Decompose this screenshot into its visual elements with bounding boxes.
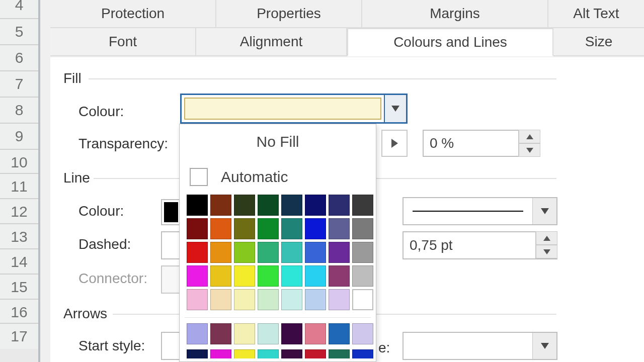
colour-swatch[interactable] bbox=[329, 289, 350, 310]
row-header[interactable]: 5 bbox=[0, 18, 38, 44]
triangle-down-icon bbox=[526, 148, 533, 153]
colour-swatch[interactable] bbox=[352, 218, 373, 239]
colour-swatch[interactable] bbox=[187, 349, 208, 358]
start-style-select[interactable] bbox=[161, 332, 181, 360]
tab-protection[interactable]: Protection bbox=[50, 0, 216, 27]
transparency-up[interactable] bbox=[519, 130, 540, 143]
colour-swatch[interactable] bbox=[352, 323, 373, 344]
row-header[interactable]: 17 bbox=[0, 323, 38, 349]
end-style-select[interactable] bbox=[403, 332, 557, 360]
colour-swatch[interactable] bbox=[258, 218, 279, 239]
colour-swatch[interactable] bbox=[281, 265, 302, 287]
tab-alt-text[interactable]: Alt Text bbox=[548, 0, 644, 27]
row-header[interactable]: 10 bbox=[0, 149, 38, 175]
colour-swatch[interactable] bbox=[187, 242, 208, 263]
colour-swatch[interactable] bbox=[210, 218, 231, 239]
colour-swatch[interactable] bbox=[352, 242, 373, 263]
colour-swatch[interactable] bbox=[305, 195, 326, 216]
colour-swatch[interactable] bbox=[329, 195, 350, 216]
colour-swatch[interactable] bbox=[234, 323, 255, 344]
colour-swatch[interactable] bbox=[329, 349, 350, 358]
line-weight-value[interactable]: 0,75 pt bbox=[403, 231, 557, 259]
colour-swatch[interactable] bbox=[258, 195, 279, 216]
colour-swatch[interactable] bbox=[234, 195, 255, 216]
popup-no-fill[interactable]: No Fill bbox=[180, 124, 376, 159]
line-style-dropdown-button[interactable] bbox=[532, 198, 556, 224]
colour-swatch[interactable] bbox=[281, 242, 302, 263]
colour-swatch[interactable] bbox=[352, 195, 373, 216]
row-header[interactable]: 11 bbox=[0, 173, 38, 199]
row-header[interactable]: 16 bbox=[0, 299, 38, 325]
line-weight-down[interactable] bbox=[536, 245, 557, 258]
tab-alignment[interactable]: Alignment bbox=[196, 28, 347, 56]
row-header[interactable]: 7 bbox=[0, 70, 38, 97]
row-header[interactable]: 13 bbox=[0, 223, 38, 249]
line-style-select[interactable] bbox=[403, 197, 557, 225]
colour-swatch[interactable] bbox=[352, 265, 373, 287]
colour-swatch[interactable] bbox=[329, 242, 350, 263]
line-style-sample bbox=[413, 211, 523, 212]
fill-colour-picker[interactable] bbox=[180, 94, 408, 124]
colour-swatch[interactable] bbox=[258, 242, 279, 263]
colour-swatch[interactable] bbox=[210, 195, 231, 216]
colour-swatch[interactable] bbox=[352, 349, 373, 358]
colour-swatch[interactable] bbox=[258, 265, 279, 287]
colour-swatch[interactable] bbox=[258, 349, 279, 358]
colour-swatch[interactable] bbox=[187, 323, 208, 344]
row-header[interactable]: 8 bbox=[0, 97, 38, 123]
colour-swatch[interactable] bbox=[281, 289, 302, 310]
colour-swatch[interactable] bbox=[210, 289, 231, 310]
colour-swatch[interactable] bbox=[210, 265, 231, 287]
colour-swatch[interactable] bbox=[210, 242, 231, 263]
colour-swatch[interactable] bbox=[281, 349, 302, 358]
colour-swatch[interactable] bbox=[234, 289, 255, 310]
line-colour-picker[interactable] bbox=[161, 199, 181, 225]
colour-swatch[interactable] bbox=[305, 218, 326, 239]
colour-swatch[interactable] bbox=[329, 323, 350, 344]
colour-swatch[interactable] bbox=[352, 289, 373, 310]
group-fill-line bbox=[89, 78, 556, 79]
colour-swatch[interactable] bbox=[305, 265, 326, 287]
colour-swatch[interactable] bbox=[329, 218, 350, 239]
colour-swatch[interactable] bbox=[187, 218, 208, 239]
tab-margins[interactable]: Margins bbox=[362, 0, 548, 27]
colour-swatch[interactable] bbox=[329, 265, 350, 287]
end-style-dropdown-button[interactable] bbox=[532, 333, 556, 359]
colour-swatch[interactable] bbox=[305, 289, 326, 310]
row-header[interactable]: 12 bbox=[0, 198, 38, 224]
colour-swatch[interactable] bbox=[258, 289, 279, 310]
colour-swatch[interactable] bbox=[234, 265, 255, 287]
tab-size[interactable]: Size bbox=[553, 28, 644, 56]
transparency-down[interactable] bbox=[519, 143, 540, 157]
row-header[interactable]: 6 bbox=[0, 44, 38, 70]
colour-swatch[interactable] bbox=[305, 323, 326, 344]
colour-swatch[interactable] bbox=[281, 195, 302, 216]
dashed-select[interactable] bbox=[161, 231, 181, 259]
colour-swatch[interactable] bbox=[234, 218, 255, 239]
colour-swatch[interactable] bbox=[210, 349, 231, 358]
colour-swatch[interactable] bbox=[187, 265, 208, 287]
colour-swatch[interactable] bbox=[187, 289, 208, 310]
transparency-value[interactable]: 0 % bbox=[423, 130, 540, 157]
colour-swatch[interactable] bbox=[234, 242, 255, 263]
colour-swatch[interactable] bbox=[210, 323, 231, 344]
row-header[interactable]: 15 bbox=[0, 274, 38, 300]
colour-swatch[interactable] bbox=[234, 349, 255, 358]
tab-colours-and-lines[interactable]: Colours and Lines bbox=[347, 28, 553, 56]
colour-swatch[interactable] bbox=[281, 323, 302, 344]
row-header[interactable]: 14 bbox=[0, 248, 38, 275]
tab-font[interactable]: Font bbox=[50, 28, 196, 56]
colour-swatch[interactable] bbox=[305, 349, 326, 358]
colour-swatch[interactable] bbox=[305, 242, 326, 263]
row-header-separator bbox=[38, 0, 40, 362]
line-weight-up[interactable] bbox=[536, 231, 557, 245]
row-header[interactable]: 9 bbox=[0, 123, 38, 149]
tab-properties[interactable]: Properties bbox=[216, 0, 362, 27]
colour-swatch[interactable] bbox=[258, 323, 279, 344]
colour-swatch[interactable] bbox=[281, 218, 302, 239]
popup-automatic[interactable]: Automatic bbox=[180, 159, 376, 195]
transparency-more-button[interactable] bbox=[381, 130, 408, 157]
row-header[interactable]: 4 bbox=[0, 0, 38, 18]
colour-swatch[interactable] bbox=[187, 195, 208, 216]
fill-colour-dropdown-button[interactable] bbox=[384, 95, 406, 122]
